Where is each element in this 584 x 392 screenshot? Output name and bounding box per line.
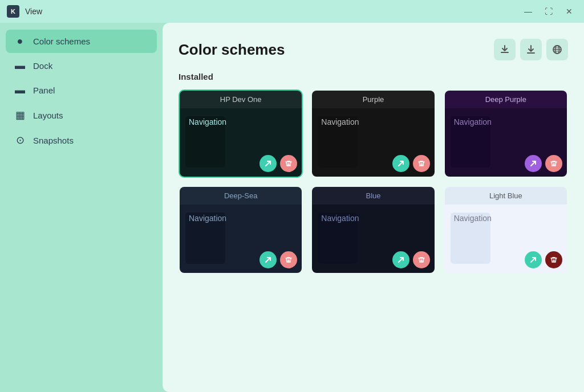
- titlebar-title: View: [25, 7, 42, 16]
- delete-deeppurple-button[interactable]: [545, 155, 562, 172]
- launch-lightblue-button[interactable]: [525, 251, 542, 268]
- scheme-actions-deepsea: [259, 251, 297, 268]
- sidebar-item-label: Panel: [33, 85, 55, 95]
- delete-icon: [550, 160, 558, 168]
- scheme-title-blue: Blue: [312, 187, 434, 205]
- launch-icon: [264, 160, 272, 168]
- nav-label-blue: Navigation: [321, 214, 359, 223]
- scheme-preview-purple: Navigation: [312, 108, 434, 177]
- delete-icon: [417, 160, 425, 168]
- snapshots-icon: ⊙: [14, 134, 26, 146]
- delete-lightblue-button[interactable]: [545, 251, 562, 268]
- launch-icon: [264, 256, 272, 264]
- scheme-preview-deepsea: Navigation: [180, 205, 302, 273]
- delete-icon: [285, 160, 293, 168]
- header-actions: [494, 39, 568, 60]
- launch-hpdevone-button[interactable]: [259, 155, 277, 172]
- globe-icon: [551, 44, 563, 55]
- launch-purple-button[interactable]: [392, 155, 409, 172]
- delete-purple-button[interactable]: [413, 155, 430, 172]
- scheme-title-purple: Purple: [312, 91, 434, 108]
- delete-deepsea-button[interactable]: [280, 251, 297, 268]
- launch-deepsea-button[interactable]: [259, 251, 277, 268]
- scheme-card-lightblue[interactable]: Light Blue Navigation: [444, 186, 568, 274]
- svg-rect-1: [527, 52, 535, 54]
- download-button[interactable]: [520, 39, 542, 60]
- scheme-actions-hpdevone: [259, 155, 297, 172]
- delete-blue-button[interactable]: [413, 251, 430, 268]
- scheme-preview-hpdevone: Navigation: [180, 108, 302, 177]
- sidebar-item-snapshots[interactable]: ⊙ Snapshots: [6, 128, 157, 152]
- launch-icon: [529, 160, 537, 168]
- schemes-grid: HP Dev One Navigation: [179, 89, 568, 274]
- delete-hpdevone-button[interactable]: [280, 155, 297, 172]
- scheme-card-blue[interactable]: Blue Navigation: [311, 186, 435, 274]
- scheme-title-hpdevone: HP Dev One: [180, 91, 302, 108]
- maximize-button[interactable]: ⛶: [541, 3, 557, 19]
- close-button[interactable]: ✕: [561, 3, 577, 19]
- scheme-actions-deeppurple: [525, 155, 562, 172]
- scheme-actions-lightblue: [525, 251, 562, 268]
- sidebar-item-panel[interactable]: ▬ Panel: [6, 79, 157, 102]
- scheme-card-deepsea[interactable]: Deep-Sea Navigation: [179, 186, 303, 274]
- scheme-preview-lightblue: Navigation: [445, 205, 567, 273]
- launch-deeppurple-button[interactable]: [525, 155, 542, 172]
- nav-label-deeppurple: Navigation: [454, 117, 492, 126]
- content-header: Color schemes: [179, 39, 568, 60]
- delete-icon: [285, 256, 293, 264]
- sidebar-item-layouts[interactable]: ▦ Layouts: [6, 103, 157, 127]
- nav-label-purple: Navigation: [321, 117, 359, 126]
- sidebar-item-label: Layouts: [33, 111, 63, 120]
- nav-label-hpdevone: Navigation: [189, 117, 226, 126]
- sidebar-item-label: Snapshots: [33, 136, 74, 145]
- scheme-title-deepsea: Deep-Sea: [180, 187, 302, 205]
- globe-button[interactable]: [546, 39, 568, 60]
- nav-label-lightblue: Navigation: [454, 214, 492, 223]
- delete-icon: [417, 256, 425, 264]
- section-label: Installed: [179, 72, 568, 81]
- launch-icon: [529, 256, 537, 264]
- nav-label-deepsea: Navigation: [189, 214, 226, 223]
- scheme-card-purple[interactable]: Purple Navigation: [311, 89, 435, 178]
- panel-icon: ▬: [14, 84, 26, 96]
- scheme-title-lightblue: Light Blue: [445, 187, 567, 205]
- sidebar: ● Color schemes ▬ Dock ▬ Panel ▦ Layouts…: [0, 23, 163, 392]
- scheme-card-deeppurple[interactable]: Deep Purple Navigation: [444, 89, 568, 178]
- color-schemes-icon: ●: [14, 35, 26, 47]
- sidebar-item-color-schemes[interactable]: ● Color schemes: [6, 30, 157, 53]
- scheme-title-deeppurple: Deep Purple: [445, 91, 567, 108]
- import-button[interactable]: [494, 39, 516, 60]
- svg-rect-0: [501, 52, 509, 53]
- sidebar-item-label: Dock: [33, 61, 52, 71]
- app-icon: K: [7, 5, 19, 18]
- scheme-preview-deeppurple: Navigation: [445, 108, 567, 177]
- launch-blue-button[interactable]: [392, 251, 409, 268]
- main-layout: ● Color schemes ▬ Dock ▬ Panel ▦ Layouts…: [0, 23, 584, 392]
- launch-icon: [397, 160, 405, 168]
- titlebar: K View — ⛶ ✕: [0, 0, 584, 23]
- scheme-card-hpdevone[interactable]: HP Dev One Navigation: [179, 89, 303, 178]
- scheme-preview-blue: Navigation: [312, 205, 434, 273]
- download-icon: [525, 44, 537, 55]
- sidebar-item-dock[interactable]: ▬ Dock: [6, 54, 157, 77]
- layouts-icon: ▦: [14, 109, 26, 121]
- launch-icon: [397, 256, 405, 264]
- content-area: Color schemes: [163, 23, 584, 392]
- page-title: Color schemes: [179, 41, 285, 59]
- scheme-actions-blue: [392, 251, 430, 268]
- delete-icon: [550, 256, 558, 264]
- sidebar-item-label: Color schemes: [33, 36, 90, 46]
- dock-icon: ▬: [14, 60, 26, 72]
- window-controls: — ⛶ ✕: [520, 3, 577, 19]
- scheme-actions-purple: [392, 155, 430, 172]
- minimize-button[interactable]: —: [520, 3, 536, 19]
- import-icon: [499, 44, 510, 55]
